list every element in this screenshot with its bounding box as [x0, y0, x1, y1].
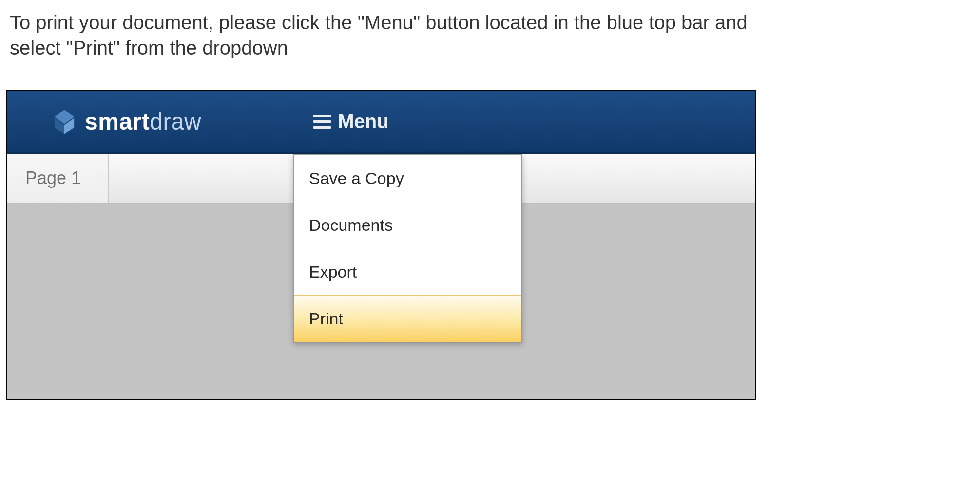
menu-item-documents[interactable]: Documents	[294, 202, 521, 248]
brand-name: smartdraw	[85, 108, 201, 135]
menu-item-print[interactable]: Print	[294, 295, 521, 342]
top-bar: smartdraw Menu	[7, 91, 755, 154]
instruction-text: To print your document, please click the…	[0, 0, 760, 60]
menu-button[interactable]: Menu	[313, 111, 388, 132]
menu-item-save-a-copy[interactable]: Save a Copy	[294, 155, 521, 202]
menu-button-label: Menu	[338, 111, 388, 132]
smartdraw-logo-icon	[51, 108, 78, 135]
menu-dropdown: Save a Copy Documents Export Print	[293, 154, 522, 343]
app-window: smartdraw Menu Page 1 Save a Copy Docume…	[6, 90, 756, 400]
brand-name-bold: smart	[85, 109, 150, 134]
brand-name-light: draw	[150, 109, 201, 134]
hamburger-icon	[313, 115, 331, 129]
brand-logo: smartdraw	[51, 108, 201, 135]
menu-item-export[interactable]: Export	[294, 248, 521, 295]
page-tab-1[interactable]: Page 1	[7, 154, 109, 203]
